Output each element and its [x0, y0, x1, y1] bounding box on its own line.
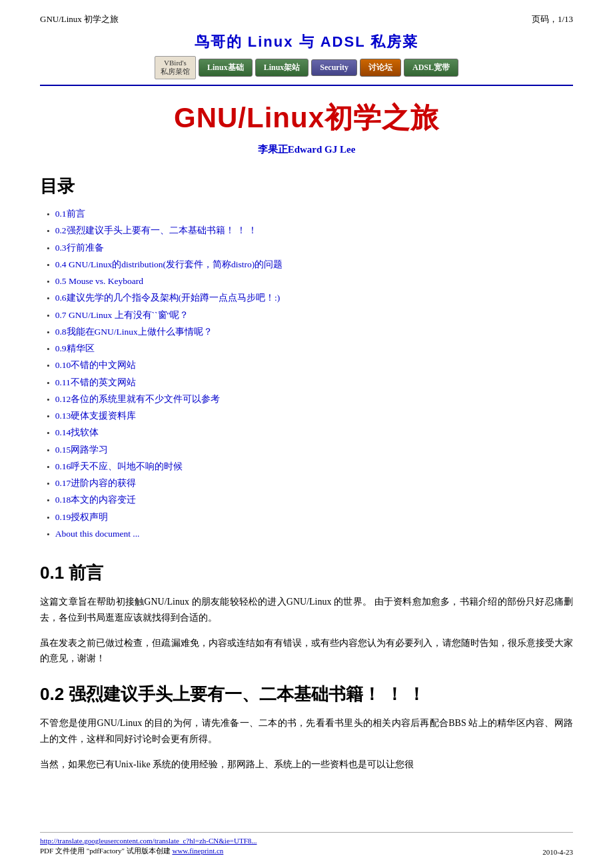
toc-link[interactable]: 0.13硬体支援资料库: [55, 409, 137, 423]
page-header: GNU/Linux 初学之旅 页码，1/13: [40, 13, 573, 25]
toc-link[interactable]: 0.15网路学习: [55, 443, 109, 457]
toc-link[interactable]: 0.9精华区: [55, 342, 95, 355]
toc-link[interactable]: 0.4 GNU/Linux的distribution(发行套件，简称distro…: [55, 258, 283, 271]
toc-link[interactable]: 0.8我能在GNU/Linux上做什么事情呢？: [55, 325, 213, 339]
toc-link[interactable]: 0.6建议先学的几个指令及架构(开始蹲一点点马步吧！:): [55, 291, 281, 305]
toc-item: 0.5 Mouse vs. Keyboard: [47, 275, 573, 289]
section-01-para-1: 这篇文章旨在帮助初接触GNU/Linux 的朋友能较轻松的进入GNU/Linux…: [40, 594, 573, 626]
toc-section: 目录 0.1前言 0.2强烈建议手头上要有一、二本基础书籍！ ！ ！ 0.3行前…: [40, 175, 573, 541]
author: 李果正Edward GJ Lee: [40, 143, 573, 156]
toc-item: 0.13硬体支援资料库: [47, 409, 573, 423]
toc-link[interactable]: 0.16呼天不应、叫地不响的时候: [55, 460, 183, 473]
toc-item: 0.18本文的内容变迁: [47, 493, 573, 507]
toc-item: 0.19授权声明: [47, 511, 573, 525]
section-01-heading: 0.1 前言: [40, 561, 573, 585]
toc-link[interactable]: 0.1前言: [55, 207, 85, 221]
toc-list: 0.1前言 0.2强烈建议手头上要有一、二本基础书籍！ ！ ！ 0.3行前准备 …: [47, 207, 573, 541]
toc-link[interactable]: 0.7 GNU/Linux 上有没有``窗''呢？: [55, 309, 189, 322]
toc-item: 0.7 GNU/Linux 上有没有``窗''呢？: [47, 309, 573, 323]
toc-item: 0.15网路学习: [47, 443, 573, 457]
footer-url-link[interactable]: http://translate.googleusercontent.com/t…: [40, 837, 257, 845]
nav-security[interactable]: Security: [311, 59, 357, 76]
toc-item: 0.16呼天不应、叫地不响的时候: [47, 460, 573, 474]
toc-link[interactable]: 0.3行前准备: [55, 241, 104, 255]
nav-logo: VBird's私房菜馆: [155, 56, 196, 79]
toc-item: 0.8我能在GNU/Linux上做什么事情呢？: [47, 325, 573, 339]
toc-item: 0.4 GNU/Linux的distribution(发行套件，简称distro…: [47, 258, 573, 272]
toc-item: 0.3行前准备: [47, 241, 573, 255]
toc-item: 0.17进阶内容的获得: [47, 477, 573, 491]
footer-pdf-link[interactable]: www.fineprint.cn: [172, 847, 223, 855]
toc-link-about[interactable]: About this document ...: [55, 527, 140, 541]
nav-adsl[interactable]: ADSL宽带: [404, 59, 458, 77]
section-02: 0.2 强烈建议手头上要有一、二本基础书籍！ ！ ！ 不管您是使用GNU/Lin…: [40, 683, 573, 772]
footer-pdf-note: PDF 文件使用 "pdfFactory" 试用版本创建 www.finepri…: [40, 846, 257, 856]
section-01-para-2: 虽在发表之前已做过检查，但疏漏难免，内容或连结如有有错误，或有些内容您认为有必要…: [40, 635, 573, 667]
toc-link[interactable]: 0.12各位的系统里就有不少文件可以参考: [55, 393, 221, 406]
toc-link[interactable]: 0.19授权声明: [55, 511, 109, 524]
toc-link[interactable]: 0.10不错的中文网站: [55, 359, 137, 372]
nav-linux-basic[interactable]: Linux基础: [199, 59, 253, 77]
banner-area: 鸟哥的 Linux 与 ADSL 私房菜 VBird's私房菜馆 Linux基础…: [40, 32, 573, 79]
top-divider: [40, 85, 573, 86]
footer-date: 2010-4-23: [542, 848, 573, 856]
toc-item: 0.10不错的中文网站: [47, 359, 573, 373]
footer-url: http://translate.googleusercontent.com/t…: [40, 837, 257, 845]
header-left: GNU/Linux 初学之旅: [40, 13, 119, 25]
section-02-para-2: 当然，如果您已有Unix-like 系统的使用经验，那网路上、系统上的一些资料也…: [40, 757, 573, 773]
section-01: 0.1 前言 这篇文章旨在帮助初接触GNU/Linux 的朋友能较轻松的进入GN…: [40, 561, 573, 667]
toc-item: 0.6建议先学的几个指令及架构(开始蹲一点点马步吧！:): [47, 291, 573, 305]
toc-link[interactable]: 0.14找软体: [55, 426, 99, 439]
toc-link[interactable]: 0.5 Mouse vs. Keyboard: [55, 275, 143, 288]
toc-item: 0.2强烈建议手头上要有一、二本基础书籍！ ！ ！: [47, 224, 573, 238]
toc-item: 0.12各位的系统里就有不少文件可以参考: [47, 393, 573, 407]
toc-link[interactable]: 0.2强烈建议手头上要有一、二本基础书籍！ ！ ！: [55, 224, 258, 237]
toc-item: 0.9精华区: [47, 342, 573, 356]
banner-title: 鸟哥的 Linux 与 ADSL 私房菜: [40, 32, 573, 52]
toc-item: 0.11不错的英文网站: [47, 376, 573, 390]
nav-linux-arch[interactable]: Linux架站: [255, 59, 309, 77]
toc-item: 0.1前言: [47, 207, 573, 221]
nav-forum[interactable]: 讨论坛: [360, 59, 401, 77]
section-02-para-1: 不管您是使用GNU/Linux 的目的为何，请先准备一、二本的书，先看看书里头的…: [40, 715, 573, 747]
main-title: GNU/Linux初学之旅: [40, 99, 573, 137]
toc-link[interactable]: 0.18本文的内容变迁: [55, 493, 137, 507]
page-footer: http://translate.googleusercontent.com/t…: [40, 832, 573, 856]
toc-item-about: About this document ...: [47, 527, 573, 541]
header-right: 页码，1/13: [532, 13, 573, 25]
toc-heading: 目录: [40, 175, 573, 198]
toc-link[interactable]: 0.11不错的英文网站: [55, 376, 136, 389]
toc-link[interactable]: 0.17进阶内容的获得: [55, 477, 137, 490]
toc-item: 0.14找软体: [47, 426, 573, 440]
nav-bar: VBird's私房菜馆 Linux基础 Linux架站 Security 讨论坛…: [40, 56, 573, 79]
footer-left: http://translate.googleusercontent.com/t…: [40, 837, 257, 856]
section-02-heading: 0.2 强烈建议手头上要有一、二本基础书籍！ ！ ！: [40, 683, 573, 706]
